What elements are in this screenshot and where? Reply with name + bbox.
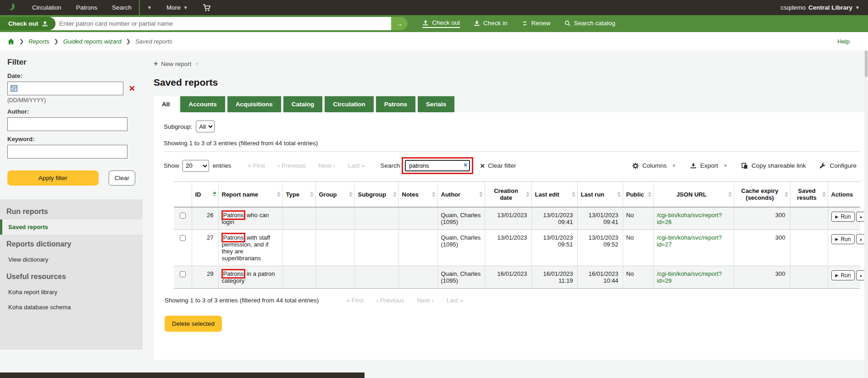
cell-report-name: Patrons with staff permission, and if th… <box>218 230 282 266</box>
run-report-button[interactable]: ▶Run <box>831 270 855 280</box>
header-creation-date[interactable]: Creation date <box>485 182 531 208</box>
cell-notes <box>398 207 437 230</box>
delete-selected-button[interactable]: Delete selected <box>165 316 222 332</box>
sidebar-item-saved-reports[interactable]: Saved reports <box>0 219 143 235</box>
nav-circulation[interactable]: Circulation <box>25 0 69 15</box>
clear-filter-link[interactable]: ✕ Clear filter <box>480 162 516 170</box>
user-library-menu[interactable]: csqdemo Central Library ▼ <box>780 4 868 11</box>
tab-circulation[interactable]: Circulation <box>325 96 374 112</box>
gear-icon <box>632 163 639 169</box>
scrollbar-thumb[interactable] <box>865 50 868 77</box>
tab-patrons[interactable]: Patrons <box>376 96 415 112</box>
cart-button[interactable] <box>195 0 218 15</box>
subgroup-label: Subgroup: <box>164 123 192 130</box>
checkout-tab-button[interactable]: Check out <box>0 17 55 30</box>
header-notes[interactable]: Notes <box>398 182 437 208</box>
check-in-link[interactable]: Check in <box>474 20 508 27</box>
clear-search-icon[interactable]: × <box>464 161 467 169</box>
configure-button[interactable]: Configure <box>819 162 857 169</box>
row-checkbox[interactable] <box>180 213 186 219</box>
help-link[interactable]: Help <box>837 38 850 45</box>
scrollbar[interactable] <box>864 50 868 378</box>
header-report-name[interactable]: Report name <box>218 182 282 208</box>
first-page-button[interactable]: « First <box>346 297 364 304</box>
date-format-hint: (DD/MM/YYYY) <box>7 97 135 104</box>
search-catalog-link[interactable]: Search catalog <box>564 20 615 27</box>
table-search-input[interactable] <box>405 160 470 171</box>
configure-label: Configure <box>829 162 857 169</box>
header-last-run[interactable]: Last run <box>577 182 623 208</box>
tab-acquisitions[interactable]: Acquisitions <box>227 96 281 112</box>
copy-shareable-link-button[interactable]: Copy shareable link <box>741 162 806 169</box>
header-author[interactable]: Author <box>437 182 485 208</box>
columns-button[interactable]: Columns ▼ <box>632 162 676 169</box>
json-url-link[interactable]: /cgi-bin/koha/svc/report?id=26 <box>657 212 722 225</box>
author-filter-input[interactable] <box>7 117 127 131</box>
export-button[interactable]: Export ▼ <box>690 162 728 169</box>
header-public[interactable]: Public <box>623 182 653 208</box>
last-page-button[interactable]: Last » <box>348 162 365 169</box>
run-report-button[interactable]: ▶Run <box>831 234 855 244</box>
sidebar-item-view-dictionary[interactable]: View dictionary <box>0 252 143 267</box>
renew-icon <box>521 20 528 27</box>
date-filter-input[interactable] <box>7 82 123 95</box>
cell-last-run: 13/01/202309:52 <box>577 230 623 266</box>
header-json-url[interactable]: JSON URL <box>653 182 734 208</box>
breadcrumb-guided-reports-link[interactable]: Guided reports wizard <box>63 38 122 45</box>
nav-patrons[interactable]: Patrons <box>69 0 105 15</box>
header-subgroup[interactable]: Subgroup <box>354 182 398 208</box>
checkout-tab-label: Check out <box>8 20 38 27</box>
row-checkbox[interactable] <box>180 271 186 277</box>
search-label: Search <box>380 162 400 169</box>
sort-icon <box>479 192 483 197</box>
sort-icon <box>393 192 397 197</box>
tab-all[interactable]: All <box>154 96 178 112</box>
json-url-link[interactable]: /cgi-bin/koha/svc/report?id=27 <box>657 234 722 248</box>
next-page-button[interactable]: Next › <box>319 162 335 169</box>
keyword-filter-input[interactable] <box>7 145 127 159</box>
run-report-button[interactable]: ▶Run <box>831 212 855 222</box>
nav-search[interactable]: Search <box>105 0 139 15</box>
json-url-link[interactable]: /cgi-bin/koha/svc/report?id=29 <box>657 270 722 284</box>
previous-page-button[interactable]: ‹ Previous <box>278 162 306 169</box>
tab-serials[interactable]: Serials <box>418 96 454 112</box>
nav-more[interactable]: More▼ <box>159 0 195 15</box>
header-type[interactable]: Type <box>282 182 315 208</box>
clear-filter-button[interactable]: Clear <box>109 170 135 186</box>
header-cache-expiry[interactable]: Cache expiry (seconds) <box>734 182 790 208</box>
patron-search-submit-button[interactable]: → <box>391 17 408 30</box>
header-last-edit[interactable]: Last edit <box>531 182 577 208</box>
sidebar-item-koha-database-schema[interactable]: Koha database schema <box>0 300 143 315</box>
clear-date-icon[interactable]: ✕ <box>129 84 135 93</box>
first-page-button[interactable]: « First <box>248 162 265 169</box>
renew-link[interactable]: Renew <box>521 20 551 27</box>
nav-search-dropdown[interactable]: ▼ <box>140 0 159 15</box>
subgroup-select[interactable]: All <box>196 121 215 132</box>
next-page-button[interactable]: Next › <box>417 297 433 304</box>
check-out-label: Check out <box>432 19 460 26</box>
home-icon[interactable] <box>7 38 15 45</box>
previous-page-button[interactable]: ‹ Previous <box>376 297 404 304</box>
header-id[interactable]: ID <box>192 182 218 208</box>
new-report-button[interactable]: + New report ▼ <box>154 60 199 68</box>
page-length-select[interactable]: 20 <box>182 160 209 172</box>
breadcrumb-reports-link[interactable]: Reports <box>28 38 50 45</box>
header-group[interactable]: Group <box>315 182 354 208</box>
header-saved-results[interactable]: Saved results <box>790 182 828 208</box>
sidebar-item-koha-report-library[interactable]: Koha report library <box>0 285 143 300</box>
row-checkbox[interactable] <box>180 235 186 241</box>
cell-saved-results <box>790 207 828 230</box>
calendar-icon[interactable] <box>11 85 17 92</box>
last-page-button[interactable]: Last » <box>446 297 463 304</box>
koha-logo-icon[interactable] <box>6 3 17 13</box>
cell-creation-date: 13/01/2023 <box>485 230 531 266</box>
tab-accounts[interactable]: Accounts <box>180 96 225 112</box>
check-out-link[interactable]: Check out <box>422 19 460 28</box>
cell-subgroup <box>354 207 398 230</box>
showing-entries-text-bottom: Showing 1 to 3 of 3 entries (filtered fr… <box>165 297 319 304</box>
nav-patrons-label: Patrons <box>76 4 98 11</box>
run-reports-heading: Run reports <box>0 202 143 219</box>
tab-catalog[interactable]: Catalog <box>283 96 323 112</box>
apply-filter-button[interactable]: Apply filter <box>7 170 99 186</box>
patron-search-input[interactable] <box>49 17 392 30</box>
